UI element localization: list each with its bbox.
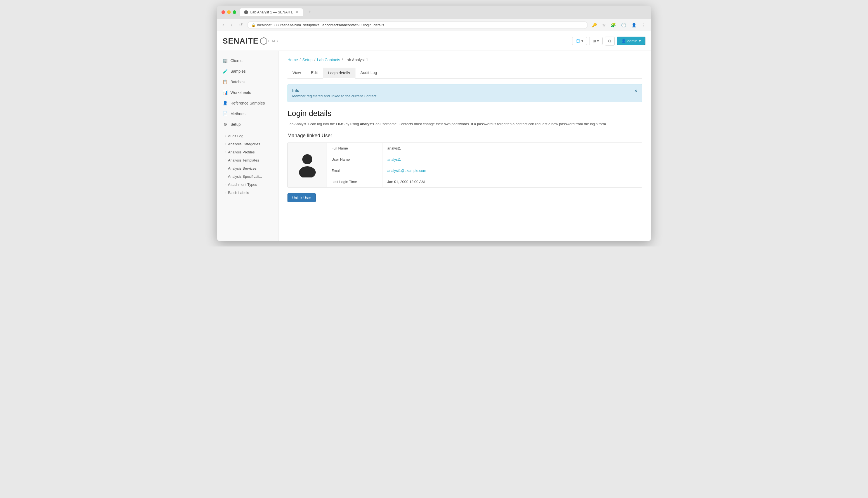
refresh-button[interactable]: ↺ — [237, 21, 245, 29]
info-box: Info Member registered and linked to the… — [287, 84, 642, 102]
sidebar-item-attachment-types[interactable]: › Attachment Types — [217, 181, 278, 189]
page-title: Login details — [287, 109, 642, 118]
url-text: localhost:8080/senaite/bika_setup/bika_l… — [257, 23, 384, 27]
forward-button[interactable]: › — [229, 22, 234, 29]
field-label-username: User Name — [327, 154, 383, 165]
browser-toolbar: ‹ › ↺ 🔒 localhost:8080/senaite/bika_setu… — [217, 19, 651, 31]
grid-icon: ⊞ — [593, 39, 596, 43]
new-tab-button[interactable]: + — [306, 9, 314, 16]
settings-button[interactable]: ⚙ — [605, 37, 614, 45]
sidebar-item-analysis-templates[interactable]: › Analysis Templates — [217, 156, 278, 164]
info-close-button[interactable]: × — [634, 88, 637, 93]
language-button[interactable]: 🌐 ▾ — [572, 37, 587, 45]
browser-tab[interactable]: Lab Analyst 1 — SENAITE ✕ — [239, 9, 303, 16]
setup-icon: ⚙ — [223, 122, 228, 127]
tab-audit-log[interactable]: Audit Log — [355, 68, 382, 79]
grid-dropdown-icon: ▾ — [597, 39, 599, 43]
svg-marker-0 — [261, 37, 267, 45]
sidebar-sub-label: Audit Log — [228, 134, 243, 138]
grid-button[interactable]: ⊞ ▾ — [589, 37, 603, 45]
field-row-last-login: Last Login Time Jan 01, 2000 12:00 AM — [327, 176, 642, 187]
minimize-window-dot[interactable] — [227, 10, 231, 14]
info-box-content: Info Member registered and linked to the… — [292, 88, 377, 98]
breadcrumb-separator: / — [342, 57, 343, 62]
sidebar-item-batch-labels[interactable]: › Batch Labels — [217, 189, 278, 197]
extensions-icon[interactable]: 🧩 — [609, 22, 618, 29]
language-dropdown-icon: ▾ — [581, 39, 583, 43]
section-title: Manage linked User — [287, 133, 642, 139]
sidebar-item-analysis-services[interactable]: › Analysis Services — [217, 164, 278, 172]
globe-icon: 🌐 — [576, 39, 580, 43]
tab-edit[interactable]: Edit — [306, 68, 323, 79]
chevron-right-icon: › — [225, 143, 226, 146]
breadcrumb-lab-contacts[interactable]: Lab Contacts — [317, 57, 340, 62]
field-label-last-login: Last Login Time — [327, 176, 383, 187]
maximize-window-dot[interactable] — [233, 10, 236, 14]
address-bar[interactable]: 🔒 localhost:8080/senaite/bika_setup/bika… — [247, 21, 588, 29]
username-link[interactable]: analyst1 — [387, 157, 401, 161]
sidebar-item-samples[interactable]: 🧪 Samples — [217, 66, 278, 77]
sidebar-item-setup[interactable]: ⚙ Setup — [217, 119, 278, 130]
chevron-right-icon: › — [225, 134, 226, 137]
unlink-user-button[interactable]: Unlink User — [287, 193, 316, 202]
field-value-last-login: Jan 01, 2000 12:00 AM — [383, 176, 642, 187]
sidebar-sub-label: Analysis Services — [228, 166, 256, 170]
profile-icon[interactable]: 🔑 — [590, 22, 599, 29]
email-link[interactable]: analyst1@example.com — [387, 169, 426, 173]
content-area: Home / Setup / Lab Contacts / Lab Analys… — [278, 51, 651, 241]
field-value-username: analyst1 — [383, 154, 642, 165]
sidebar-item-label: Batches — [230, 80, 245, 84]
admin-dropdown-icon: ▾ — [639, 39, 641, 43]
sidebar-item-worksheets[interactable]: 📊 Worksheets — [217, 87, 278, 98]
menu-icon[interactable]: ⋮ — [640, 22, 648, 29]
sidebar-item-batches[interactable]: 📋 Batches — [217, 77, 278, 87]
sidebar-sub-label: Analysis Categories — [228, 142, 260, 146]
bookmark-icon[interactable]: ☆ — [600, 22, 607, 29]
field-label-email: Email — [327, 165, 383, 176]
chevron-right-icon: › — [225, 175, 226, 178]
user-card: Full Name analyst1 User Name analyst1 Em… — [287, 143, 642, 187]
tab-title: Lab Analyst 1 — SENAITE — [250, 10, 293, 14]
tab-close-button[interactable]: ✕ — [296, 10, 298, 14]
sidebar-item-methods[interactable]: 📄 Methods — [217, 108, 278, 119]
tab-view[interactable]: View — [287, 68, 306, 79]
sidebar-item-reference-samples[interactable]: 👤 Reference Samples — [217, 98, 278, 108]
svg-point-1 — [302, 154, 312, 164]
sidebar-sub-label: Analysis Specificati... — [228, 174, 262, 179]
field-value-email: analyst1@example.com — [383, 165, 642, 176]
tab-login-details[interactable]: Login details — [323, 68, 355, 79]
sidebar-item-clients[interactable]: 🏢 Clients — [217, 55, 278, 66]
worksheets-icon: 📊 — [223, 90, 228, 95]
admin-button[interactable]: 👤 admin ▾ — [617, 37, 645, 45]
samples-icon: 🧪 — [223, 69, 228, 74]
sidebar-sub-label: Analysis Templates — [228, 158, 259, 162]
field-value-fullname: analyst1 — [383, 143, 642, 154]
sidebar-item-analysis-profiles[interactable]: › Analysis Profiles — [217, 148, 278, 156]
desc-part1: Lab Analyst 1 can log into the LIMS by u… — [287, 122, 360, 126]
chevron-right-icon: › — [225, 150, 226, 154]
sidebar-item-analysis-specifications[interactable]: › Analysis Specificati... — [217, 172, 278, 181]
breadcrumb-setup[interactable]: Setup — [302, 57, 313, 62]
sidebar-item-label: Clients — [230, 58, 243, 63]
back-button[interactable]: ‹ — [220, 22, 226, 29]
close-window-dot[interactable] — [221, 10, 225, 14]
desc-part2: as username. Contacts must change their … — [375, 122, 607, 126]
history-icon[interactable]: 🕐 — [619, 22, 628, 29]
breadcrumb-home[interactable]: Home — [287, 57, 298, 62]
sidebar-item-audit-log[interactable]: › Audit Log — [217, 132, 278, 140]
sidebar-item-label: Reference Samples — [230, 101, 265, 105]
app-header: SENAITE LIMS 🌐 ▾ ⊞ ▾ ⚙ — [217, 31, 651, 51]
account-icon[interactable]: 👤 — [630, 22, 638, 29]
sidebar-item-label: Samples — [230, 69, 246, 74]
sidebar: 🏢 Clients 🧪 Samples 📋 Batches 📊 Workshee… — [217, 51, 278, 241]
user-icon: 👤 — [621, 39, 626, 43]
sidebar-item-analysis-categories[interactable]: › Analysis Categories — [217, 140, 278, 148]
chevron-right-icon: › — [225, 159, 226, 162]
page-tabs: View Edit Login details Audit Log — [287, 68, 642, 79]
info-text: Member registered and linked to the curr… — [292, 94, 377, 98]
sidebar-sub-section: › Audit Log › Analysis Categories › Anal… — [217, 130, 278, 199]
batches-icon: 📋 — [223, 79, 228, 84]
sidebar-sub-label: Attachment Types — [228, 183, 257, 187]
page-description: Lab Analyst 1 can log into the LIMS by u… — [287, 121, 642, 127]
svg-point-2 — [299, 166, 316, 178]
